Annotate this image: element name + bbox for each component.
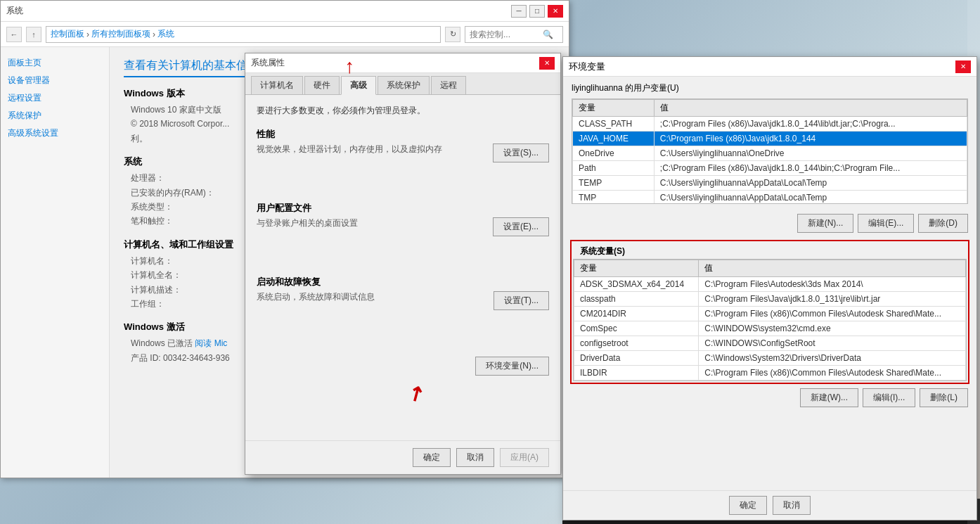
startup-recovery-title: 启动和故障恢复	[257, 276, 549, 288]
tab-computername[interactable]: 计算机名	[251, 76, 303, 94]
search-box: 🔍	[465, 26, 563, 43]
search-icon: 🔍	[543, 30, 553, 39]
cp-sidebar: 面板主页 设备管理器 远程设置 系统保护 高级系统设置	[1, 47, 110, 478]
env-cancel-button[interactable]: 取消	[773, 496, 811, 515]
sys-var-row[interactable]: CM2014DIRC:\Program Files (x86)\Common F…	[574, 307, 966, 321]
user-var-row[interactable]: TEMPC:\Users\liyinglihuanna\AppData\Loca…	[573, 176, 967, 191]
window-titlebar: 系统 ─ □ ✕	[1, 1, 569, 22]
sidebar-item-system-protection[interactable]: 系统保护	[6, 107, 103, 124]
env-dialog-titlebar: 环境变量 ✕	[563, 57, 976, 77]
sys-delete-button[interactable]: 删除(L)	[920, 388, 968, 407]
refresh-button[interactable]: ↻	[445, 27, 460, 42]
sidebar-item-remote[interactable]: 远程设置	[6, 89, 103, 107]
user-var-name: CLASS_PATH	[573, 117, 655, 132]
search-input[interactable]	[470, 30, 540, 39]
sys-var-row[interactable]: ComSpecC:\WINDOWS\system32\cmd.exe	[574, 321, 966, 336]
user-delete-button[interactable]: 删除(D)	[918, 214, 968, 233]
sys-var-name: classpath	[574, 292, 699, 307]
sys-var-header-name: 变量	[574, 260, 699, 277]
sys-var-name: configsetroot	[574, 336, 699, 351]
path-controlpanel[interactable]: 控制面板	[51, 28, 84, 40]
up-button[interactable]: ↑	[26, 27, 41, 42]
user-profile-title: 用户配置文件	[257, 202, 549, 215]
env-variables-button[interactable]: 环境变量(N)...	[475, 357, 549, 376]
user-profile-section: 用户配置文件 设置(E)... 与登录账户相关的桌面设置	[257, 202, 549, 236]
user-vars-btn-row: 新建(N)... 编辑(E)... 删除(D)	[563, 210, 976, 237]
user-new-button[interactable]: 新建(N)...	[797, 214, 854, 233]
back-button[interactable]: ←	[6, 27, 22, 42]
env-dialog-title: 环境变量	[569, 60, 605, 73]
user-vars-table-container[interactable]: 变量 值 CLASS_PATH;C:\Program Files (x86)\J…	[572, 98, 968, 204]
startup-recovery-section: 启动和故障恢复 设置(T)... 系统启动，系统故障和调试信息	[257, 276, 549, 310]
window-controls: ─ □ ✕	[511, 5, 563, 18]
sys-vars-btn-row: 新建(W)... 编辑(I)... 删除(L)	[563, 384, 976, 411]
user-profile-settings-button[interactable]: 设置(E)...	[493, 217, 549, 236]
path-allitems[interactable]: 所有控制面板项	[91, 28, 150, 40]
sidebar-item-device-manager[interactable]: 设备管理器	[6, 72, 103, 89]
tab-advanced[interactable]: 高级	[341, 76, 376, 95]
tab-system-protection[interactable]: 系统保护	[378, 76, 430, 94]
user-vars-table: 变量 值 CLASS_PATH;C:\Program Files (x86)\J…	[572, 99, 967, 204]
user-var-name: TMP	[573, 191, 655, 205]
sidebar-item-home[interactable]: 面板主页	[6, 54, 103, 72]
sys-var-row[interactable]: configsetrootC:\WINDOWS\ConfigSetRoot	[574, 336, 966, 351]
sys-props-cancel-button[interactable]: 取消	[456, 448, 494, 467]
user-var-header-name: 变量	[573, 100, 655, 117]
sys-var-row[interactable]: classpathC:\Program Files\Java\jdk1.8.0_…	[574, 292, 966, 307]
tab-remote[interactable]: 远程	[431, 76, 466, 94]
perf-settings-button[interactable]: 设置(S)...	[493, 143, 549, 162]
sys-props-titlebar: 系统属性 ✕	[245, 53, 560, 73]
window-title: 系统	[6, 5, 23, 17]
sys-edit-button[interactable]: 编辑(I)...	[863, 388, 915, 407]
startup-settings-button[interactable]: 设置(T)...	[494, 291, 549, 310]
sys-var-value: C:\Program Files\Java\jdk1.8.0_131\jre\l…	[699, 292, 966, 307]
env-dialog-close-button[interactable]: ✕	[955, 60, 971, 73]
sys-props-title: 系统属性	[251, 57, 285, 69]
user-edit-button[interactable]: 编辑(E)...	[858, 214, 914, 233]
sys-var-row[interactable]: ILBDIRC:\Program Files (x86)\Common File…	[574, 366, 966, 381]
user-var-value: ;C:\Program Files (x86)\Java\jdk1.8.0_14…	[654, 161, 967, 176]
tab-hardware[interactable]: 硬件	[304, 76, 340, 94]
sys-var-value: C:\WINDOWS\ConfigSetRoot	[699, 336, 966, 351]
dialog-content: 要进行大多数更改，你必须作为管理员登录。 性能 设置(S)... 视觉效果，处理…	[245, 95, 560, 385]
maximize-button[interactable]: □	[529, 5, 545, 18]
user-var-value: C:\Users\liyinglihuanna\AppData\Local\Te…	[654, 176, 967, 191]
user-var-value: C:\Users\liyinglihuanna\AppData\Local\Te…	[654, 191, 967, 205]
sys-var-header-value: 值	[699, 260, 966, 277]
path-system[interactable]: 系统	[157, 28, 174, 40]
sys-var-row[interactable]: DriverDataC:\Windows\System32\Drivers\Dr…	[574, 351, 966, 366]
desktop: 系统 ─ □ ✕ ← ↑ 控制面板 › 所有控制面板项 › 系统 ↻ 🔍	[0, 0, 980, 524]
sys-new-button[interactable]: 新建(W)...	[800, 388, 858, 407]
sys-var-name: ADSK_3DSMAX_x64_2014	[574, 277, 699, 292]
sys-props-close-button[interactable]: ✕	[539, 57, 555, 70]
sidebar-item-advanced[interactable]: 高级系统设置	[6, 124, 103, 142]
env-ok-button[interactable]: 确定	[729, 496, 767, 515]
user-profile-content: 设置(E)... 与登录账户相关的桌面设置	[257, 217, 549, 236]
user-var-row[interactable]: JAVA_HOMEC:\Program Files (x86)\Java\jdk…	[573, 132, 967, 146]
user-var-row[interactable]: Path;C:\Program Files (x86)\Java\jdk1.8.…	[573, 161, 967, 176]
user-var-row[interactable]: CLASS_PATH;C:\Program Files (x86)\Java\j…	[573, 117, 967, 132]
user-var-row[interactable]: OneDriveC:\Users\liyinglihuanna\OneDrive	[573, 146, 967, 161]
sys-var-value: C:\WINDOWS\system32\cmd.exe	[699, 321, 966, 336]
user-var-name: TEMP	[573, 176, 655, 191]
perf-section-content: 设置(S)... 视觉效果，处理器计划，内存使用，以及虚拟内存	[257, 143, 549, 162]
sys-var-name: ComSpec	[574, 321, 699, 336]
read-more-link[interactable]: 阅读 Mic	[195, 338, 227, 348]
sys-vars-table: 变量 值 ADSK_3DSMAX_x64_2014C:\Program File…	[574, 260, 966, 381]
sys-props-controls: ✕	[539, 57, 555, 70]
address-path[interactable]: 控制面板 › 所有控制面板项 › 系统	[46, 26, 441, 43]
env-btn-container: 环境变量(N)...	[257, 357, 549, 376]
sys-var-name: CM2014DIR	[574, 307, 699, 321]
user-var-row[interactable]: TMPC:\Users\liyinglihuanna\AppData\Local…	[573, 191, 967, 205]
close-button[interactable]: ✕	[548, 5, 563, 18]
user-var-value: C:\Users\liyinglihuanna\OneDrive	[654, 146, 967, 161]
sys-props-ok-button[interactable]: 确定	[413, 448, 451, 467]
sys-vars-table-container[interactable]: 变量 值 ADSK_3DSMAX_x64_2014C:\Program File…	[573, 259, 967, 381]
user-var-value: ;C:\Program Files (x86)\Java\jdk1.8.0_14…	[654, 117, 967, 132]
sys-var-row[interactable]: ADSK_3DSMAX_x64_2014C:\Program Files\Aut…	[574, 277, 966, 292]
env-dialog-footer: 确定 取消	[563, 490, 976, 520]
minimize-button[interactable]: ─	[511, 5, 527, 18]
sys-props-apply-button[interactable]: 应用(A)	[500, 448, 549, 467]
sys-var-value: C:\Program Files (x86)\Common Files\Auto…	[699, 307, 966, 321]
user-var-value: C:\Program Files (x86)\Java\jdk1.8.0_144	[654, 132, 967, 146]
